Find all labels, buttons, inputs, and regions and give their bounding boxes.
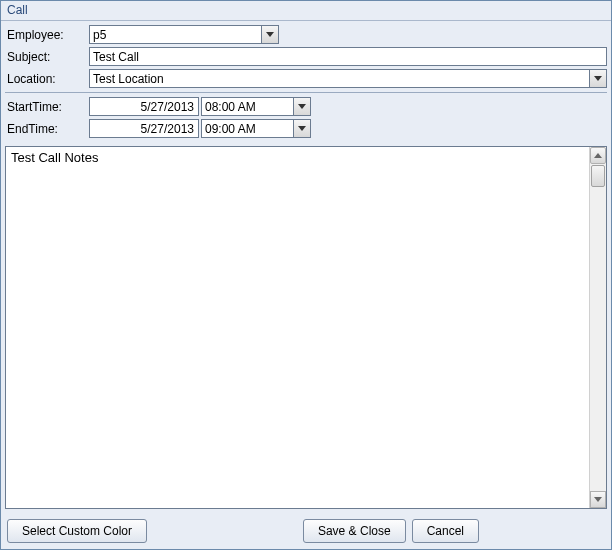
end-date-input[interactable]: 5/27/2013 [89,119,199,138]
scroll-up-button[interactable] [590,147,606,164]
chevron-down-icon [298,126,306,131]
end-time-dropdown-button[interactable] [293,120,310,137]
end-date-value: 5/27/2013 [141,122,194,136]
chevron-down-icon [594,76,602,81]
starttime-label: StartTime: [5,100,89,114]
end-time-value: 09:00 AM [205,122,256,136]
endtime-label: EndTime: [5,122,89,136]
subject-label: Subject: [5,50,89,64]
start-time-value: 08:00 AM [205,100,256,114]
select-custom-color-button[interactable]: Select Custom Color [7,519,147,543]
call-window: Call Employee: p5 Subject: Test Call Loc… [0,0,612,550]
employee-dropdown-button[interactable] [261,26,278,43]
chevron-up-icon [594,153,602,158]
employee-label: Employee: [5,28,89,42]
employee-value: p5 [93,28,106,42]
chevron-down-icon [266,32,274,37]
button-bar: Select Custom Color Save & Close Cancel [1,513,611,549]
cancel-button[interactable]: Cancel [412,519,479,543]
start-time-dropdown-button[interactable] [293,98,310,115]
location-dropdown-button[interactable] [589,70,606,87]
location-combo[interactable]: Test Location [89,69,607,88]
save-and-close-button[interactable]: Save & Close [303,519,406,543]
window-title: Call [1,1,611,21]
subject-input[interactable]: Test Call [89,47,607,66]
employee-combo[interactable]: p5 [89,25,279,44]
start-date-value: 5/27/2013 [141,100,194,114]
notes-area[interactable]: Test Call Notes [5,146,607,509]
divider [5,92,607,93]
start-date-input[interactable]: 5/27/2013 [89,97,199,116]
chevron-down-icon [594,497,602,502]
start-time-combo[interactable]: 08:00 AM [201,97,311,116]
form-top: Employee: p5 Subject: Test Call Location… [1,21,611,144]
chevron-down-icon [298,104,306,109]
notes-scrollbar[interactable] [589,147,606,508]
location-value: Test Location [93,72,164,86]
scroll-down-button[interactable] [590,491,606,508]
subject-value: Test Call [93,50,139,64]
location-label: Location: [5,72,89,86]
scroll-thumb[interactable] [591,165,605,187]
end-time-combo[interactable]: 09:00 AM [201,119,311,138]
notes-text: Test Call Notes [6,147,589,508]
